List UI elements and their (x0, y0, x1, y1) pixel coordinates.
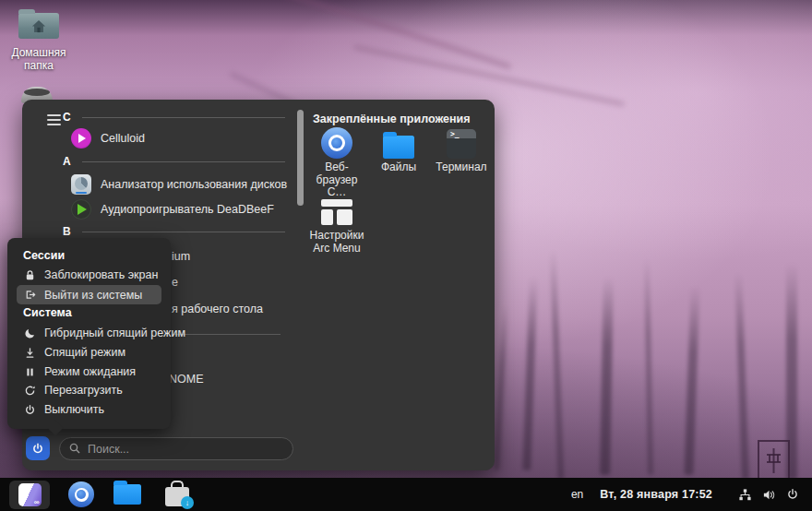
pinned-app-terminal[interactable]: >_ Терминал (432, 127, 491, 174)
system-tray (738, 488, 799, 502)
power-tray-button[interactable] (786, 488, 799, 501)
pinned-app-label: Настройки Arc Menu (310, 230, 364, 255)
chromium-browser-icon (68, 481, 94, 507)
network-tray-button[interactable] (738, 488, 752, 502)
pause-icon (24, 366, 36, 378)
occluded-section-divider (172, 334, 281, 335)
power-icon (24, 404, 36, 416)
lock-icon (24, 269, 36, 281)
home-folder-icon (18, 13, 59, 39)
branch-streak (282, 0, 512, 69)
hamburger-icon (47, 119, 61, 121)
menu-item-sleep[interactable]: Спящий режим (17, 343, 161, 362)
section-divider (82, 161, 285, 162)
disk-usage-analyzer-icon (71, 174, 91, 195)
occluded-item-fragment: NOME (169, 373, 204, 386)
terminal-icon: >_ (447, 129, 476, 159)
section-letter: A (63, 155, 71, 168)
tree-streak (550, 249, 565, 480)
menu-power-button[interactable] (26, 436, 50, 460)
updates-badge: ↓ (181, 496, 194, 509)
deadbeef-player-icon (71, 199, 91, 220)
home-icon (30, 18, 48, 34)
occluded-item-fragment: e (172, 276, 178, 289)
section-letter: B (63, 225, 71, 238)
pinned-app-label: Файлы (381, 161, 416, 174)
system-header: Система (23, 306, 72, 319)
tree-streak (522, 277, 537, 470)
session-item-label: Выйти из системы (44, 289, 142, 302)
arcmenu-settings-icon (321, 199, 352, 227)
session-item-label: Спящий режим (44, 346, 125, 359)
terminal-prompt-glyph: >_ (450, 130, 460, 138)
menu-item-deadbeef[interactable]: Аудиопроигрыватель DeaDBeeF (71, 198, 274, 220)
menu-item-disk-analyzer[interactable]: Анализатор использования дисков (71, 173, 287, 196)
hamburger-menu-button[interactable] (42, 109, 65, 131)
session-context-menu: Сессии Заблокировать экран Выйти из сист… (7, 238, 171, 429)
menu-item-standby[interactable]: Режим ожидания (17, 362, 161, 381)
celluloid-icon (71, 128, 91, 149)
pinned-app-label: Веб- браузер C… (307, 161, 366, 199)
menu-item-hybrid-sleep[interactable]: Гибридный спящий режим (17, 324, 161, 342)
pinned-app-label: Терминал (436, 161, 486, 174)
menu-item-label: Аудиопроигрыватель DeaDBeeF (101, 203, 274, 216)
taskbar-app-chromium[interactable] (65, 478, 98, 511)
menu-item-label: Анализатор использования дисков (101, 178, 287, 191)
tree-streak (644, 258, 653, 475)
tree-streak (734, 272, 749, 480)
restart-icon (24, 385, 36, 397)
network-icon (738, 488, 752, 502)
occluded-item-fragment: ium (172, 250, 190, 263)
power-icon (31, 442, 44, 456)
menu-item-label: Celluloid (101, 132, 145, 145)
taskbar-right: en Вт, 28 января 17:52 (571, 488, 812, 502)
section-divider (82, 232, 285, 232)
pinned-app-files[interactable]: Файлы (369, 127, 428, 174)
session-header: Сессии (23, 249, 65, 262)
session-item-label: Выключить (44, 403, 104, 416)
section-header-c: C (63, 111, 285, 124)
section-divider (82, 117, 285, 118)
search-icon (68, 442, 81, 455)
menu-item-celluloid[interactable]: Celluloid (71, 127, 145, 149)
search-input[interactable] (59, 437, 293, 460)
suspend-arrow-icon (24, 347, 36, 359)
moon-icon (24, 327, 36, 339)
session-item-label: Режим ожидания (44, 365, 136, 378)
session-item-label: Перезагрузить (44, 384, 123, 397)
section-header-a: A (63, 155, 285, 168)
pinned-app-arcmenu-settings[interactable]: Настройки Arc Menu (307, 196, 366, 255)
pinned-apps-scrollbar[interactable] (297, 110, 304, 206)
branch-streak (353, 45, 625, 106)
menu-item-lock-screen[interactable]: Заблокировать экран (17, 266, 161, 284)
files-folder-icon (113, 484, 141, 505)
pinned-app-web-browser[interactable]: Веб- браузер C… (307, 127, 366, 199)
taskbar-menu-button[interactable]: ∞ (9, 481, 50, 509)
tree-streak (494, 304, 508, 470)
section-header-b: B (63, 225, 285, 238)
menu-item-logout[interactable]: Выйти из системы (17, 285, 161, 304)
taskbar-app-software-center[interactable]: ↓ (161, 478, 194, 511)
volume-tray-button[interactable] (762, 488, 776, 502)
tree-streak (684, 286, 699, 475)
tree-streak (600, 277, 614, 475)
menu-item-restart[interactable]: Перезагрузить (17, 381, 161, 399)
alt-linux-logo-icon: ∞ (18, 483, 42, 506)
taskbar-left: ∞ ↓ (0, 478, 194, 511)
power-icon (786, 488, 799, 501)
session-item-label: Заблокировать экран (44, 268, 158, 281)
taskbar: ∞ ↓ en Вт, 28 января 17:52 (0, 478, 812, 511)
files-folder-icon (383, 136, 414, 159)
volume-icon (762, 488, 776, 502)
taskbar-app-files[interactable] (111, 478, 144, 511)
keyboard-layout-indicator[interactable]: en (571, 488, 583, 501)
section-letter: C (63, 111, 71, 124)
seal-glyph (765, 447, 782, 474)
chromium-browser-icon (321, 127, 352, 159)
desktop-icon-home-folder[interactable]: Домашняя папка (6, 7, 72, 72)
software-center-bag-icon: ↓ (165, 487, 189, 506)
session-item-label: Гибридный спящий режим (44, 327, 185, 339)
menu-item-shutdown[interactable]: Выключить (17, 400, 161, 419)
clock[interactable]: Вт, 28 января 17:52 (600, 488, 712, 501)
infinity-glyph: ∞ (34, 498, 40, 506)
